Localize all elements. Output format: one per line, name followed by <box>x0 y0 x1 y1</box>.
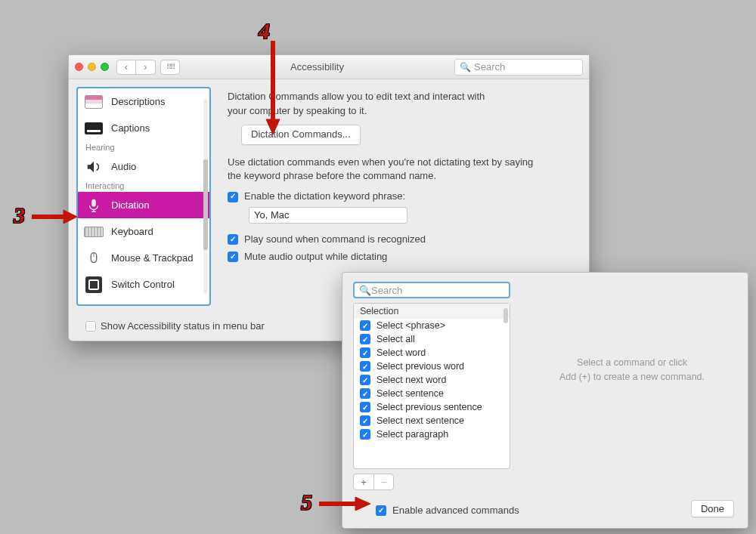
command-label: Select previous sentence <box>376 402 482 412</box>
sidebar-item-descriptions[interactable]: Descriptions <box>78 88 209 115</box>
mute-output-checkbox[interactable]: ✓ <box>228 252 238 262</box>
command-checkbox[interactable]: ✓ <box>360 388 370 399</box>
command-checkbox[interactable]: ✓ <box>360 361 370 372</box>
sidebar-item-label: Descriptions <box>111 96 166 107</box>
command-checkbox[interactable]: ✓ <box>360 347 370 358</box>
annotation-arrow-5 <box>318 495 370 512</box>
command-label: Select all <box>376 334 415 344</box>
commands-group-header: Selection <box>354 304 510 319</box>
command-checkbox[interactable]: ✓ <box>360 320 370 331</box>
dictation-commands-window: 🔍 Search Selection ✓Select <phrase>✓Sele… <box>342 272 748 529</box>
command-row[interactable]: ✓Select word <box>354 346 510 360</box>
commands-list[interactable]: Selection ✓Select <phrase>✓Select all✓Se… <box>353 303 510 469</box>
toolbar-search[interactable]: 🔍 Search <box>454 59 583 76</box>
sidebar-item-label: Audio <box>111 161 136 172</box>
sidebar-section-hearing: Hearing <box>78 141 209 153</box>
sidebar-item-audio[interactable]: Audio <box>78 153 209 180</box>
sidebar: Descriptions Captions Hearing Audio Inte… <box>76 87 211 306</box>
remove-button[interactable]: − <box>373 474 393 489</box>
annotation-number-5: 5 <box>301 489 312 515</box>
command-row[interactable]: ✓Select sentence <box>354 387 510 400</box>
nav-buttons: ‹ › <box>116 60 156 75</box>
command-checkbox[interactable]: ✓ <box>360 375 370 385</box>
sidebar-item-keyboard[interactable]: Keyboard <box>78 218 209 245</box>
microphone-icon <box>84 197 104 214</box>
sidebar-item-label: Captions <box>111 122 150 134</box>
scroll-thumb[interactable] <box>203 159 208 250</box>
command-row[interactable]: ✓Select paragraph <box>354 428 510 441</box>
sidebar-item-captions[interactable]: Captions <box>78 115 209 141</box>
command-label: Select previous word <box>376 361 464 372</box>
enable-advanced-row: ✓ Enable advanced commands <box>376 505 519 516</box>
enable-advanced-label: Enable advanced commands <box>392 505 519 516</box>
enable-advanced-checkbox[interactable]: ✓ <box>376 505 386 516</box>
search-icon: 🔍 <box>460 62 471 73</box>
window-title: Accessibility <box>180 61 454 73</box>
done-button[interactable]: Done <box>691 500 734 517</box>
annotation-number-3: 3 <box>14 202 25 228</box>
svg-rect-0 <box>91 199 96 206</box>
sidebar-item-label: Switch Control <box>111 279 175 290</box>
command-label: Select paragraph <box>376 429 448 440</box>
mouse-icon <box>84 250 104 267</box>
back-button[interactable]: ‹ <box>116 60 136 75</box>
keyboard-icon <box>84 224 104 240</box>
descriptions-icon <box>84 94 104 110</box>
hint-line-2: Add (+) to create a new command. <box>531 370 733 384</box>
traffic-lights <box>75 63 109 71</box>
keyword-phrase-value: Yo, Mac <box>254 208 290 223</box>
play-sound-label: Play sound when command is recognized <box>244 233 426 247</box>
sidebar-item-dictation[interactable]: Dictation <box>78 192 209 218</box>
switch-control-icon <box>84 276 104 293</box>
commands-search[interactable]: 🔍 Search <box>353 282 510 298</box>
command-row[interactable]: ✓Select next sentence <box>354 414 510 428</box>
use-commands-text: Use dictation commands even when you're … <box>228 156 545 184</box>
sidebar-item-label: Dictation <box>111 199 150 211</box>
minimize-icon[interactable] <box>88 63 96 71</box>
command-row[interactable]: ✓Select all <box>354 332 510 346</box>
command-label: Select next sentence <box>376 415 464 426</box>
mute-output-label: Mute audio output while dictating <box>244 250 387 264</box>
status-menubar-label: Show Accessibility status in menu bar <box>101 320 265 332</box>
command-row[interactable]: ✓Select previous sentence <box>354 400 510 414</box>
add-remove-buttons: + − <box>353 474 394 490</box>
show-all-button[interactable]: ⠿⠿ <box>160 60 180 75</box>
zoom-icon[interactable] <box>101 63 109 71</box>
search-placeholder: Search <box>474 61 505 73</box>
command-row[interactable]: ✓Select <phrase> <box>354 319 510 332</box>
command-row[interactable]: ✓Select previous word <box>354 360 510 373</box>
sidebar-item-mouse-trackpad[interactable]: Mouse & Trackpad <box>78 245 209 271</box>
commands-search-placeholder: Search <box>371 285 402 296</box>
command-checkbox[interactable]: ✓ <box>360 334 370 344</box>
forward-button[interactable]: › <box>136 60 156 75</box>
dictation-commands-button[interactable]: Dictation Commands... <box>241 125 361 145</box>
svg-marker-8 <box>355 497 370 511</box>
command-checkbox[interactable]: ✓ <box>360 429 370 440</box>
enable-keyword-label: Enable the dictation keyword phrase: <box>244 190 405 204</box>
sidebar-section-interacting: Interacting <box>78 180 209 192</box>
commands-scrollbar[interactable] <box>503 308 508 323</box>
annotation-arrow-3 <box>30 208 77 225</box>
sidebar-item-label: Keyboard <box>111 226 153 237</box>
command-label: Select next word <box>376 375 446 385</box>
play-sound-checkbox[interactable]: ✓ <box>228 234 238 245</box>
keyword-phrase-field[interactable]: Yo, Mac <box>249 207 407 224</box>
command-row[interactable]: ✓Select next word <box>354 373 510 387</box>
audio-icon <box>84 159 104 175</box>
enable-keyword-checkbox[interactable]: ✓ <box>228 192 238 202</box>
status-menubar-checkbox[interactable] <box>85 321 96 332</box>
close-icon[interactable] <box>75 63 83 71</box>
search-icon: 🔍 <box>359 285 371 296</box>
svg-marker-6 <box>266 119 280 134</box>
command-checkbox[interactable]: ✓ <box>360 415 370 426</box>
hint-line-1: Select a command or click <box>531 356 733 370</box>
sidebar-item-switch-control[interactable]: Switch Control <box>78 271 209 298</box>
sidebar-scrollbar[interactable] <box>203 99 208 294</box>
command-label: Select word <box>376 347 426 358</box>
command-label: Select <phrase> <box>376 320 445 331</box>
add-button[interactable]: + <box>354 474 373 489</box>
command-checkbox[interactable]: ✓ <box>360 402 370 412</box>
svg-marker-4 <box>64 210 77 224</box>
sidebar-item-label: Mouse & Trackpad <box>111 252 193 264</box>
sidebar-container: Descriptions Captions Hearing Audio Inte… <box>69 79 211 341</box>
